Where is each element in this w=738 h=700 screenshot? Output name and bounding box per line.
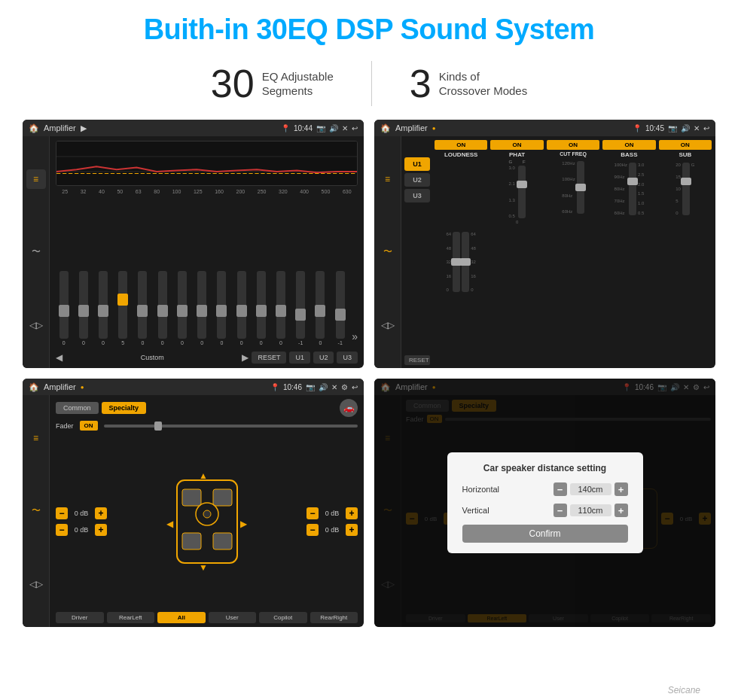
back-icon[interactable]: ↩: [352, 124, 358, 132]
amp-band-loudness: ON LOUDNESS 644832160: [435, 140, 487, 364]
reset-btn[interactable]: RESET: [252, 352, 286, 364]
position-buttons: Driver RearLeft All User Copilot RearRig…: [56, 612, 358, 623]
u2-btn[interactable]: U2: [313, 352, 334, 364]
eq-icon-btn-3[interactable]: ≡: [26, 428, 46, 448]
stat-crossover-number: 3: [410, 61, 432, 106]
vol-plus-tl[interactable]: +: [95, 507, 107, 519]
amp-band-bass: ON BASS 100Hz90Hz80Hz70Hz60Hz 3.02.52.0: [602, 140, 655, 364]
fader-on-btn[interactable]: ON: [80, 421, 98, 431]
wave-icon-2: 〜: [383, 245, 392, 258]
location-icon: 📍: [281, 124, 290, 132]
back-icon-2[interactable]: ↩: [703, 124, 709, 132]
home-icon[interactable]: 🏠: [29, 123, 39, 133]
spec-content: ≡ 〜 ◁▷ Common Specialty 🚗: [23, 395, 364, 627]
horizontal-minus-btn[interactable]: −: [554, 482, 567, 496]
rearright-btn[interactable]: RearRight: [310, 612, 358, 623]
eq-icon-btn[interactable]: ≡: [26, 169, 46, 189]
bass-on-btn[interactable]: ON: [602, 140, 655, 150]
phat-track[interactable]: [518, 166, 526, 218]
amp-reset-btn[interactable]: RESET: [404, 355, 430, 365]
horizontal-label: Horizontal: [462, 485, 515, 494]
car-settings-icon[interactable]: 🚗: [340, 399, 358, 417]
more-bands-btn[interactable]: »: [352, 330, 358, 345]
settings-icon[interactable]: ⚙: [341, 383, 348, 391]
cutfreq-on-btn[interactable]: ON: [547, 140, 599, 150]
vol-ctrl-btn-3[interactable]: ◁▷: [26, 574, 46, 594]
home-icon-3[interactable]: 🏠: [29, 382, 39, 392]
eq-main-area: 2532405063 80100125160200 25032040050063…: [50, 136, 364, 368]
amp-band-cutfreq: ON CUT FREQ 120Hz100Hz80Hz60Hz: [547, 140, 599, 364]
close-icon-2: ✕: [694, 124, 700, 132]
loudness-track-2[interactable]: [462, 232, 469, 292]
sub-track[interactable]: [682, 163, 690, 215]
specialty-tab[interactable]: Specialty: [102, 402, 147, 414]
fader-row: Fader ON: [56, 421, 358, 431]
u3-btn[interactable]: U3: [337, 352, 358, 364]
wave-icon: 〜: [32, 245, 41, 258]
eq-icon-2: ≡: [385, 174, 390, 184]
u3-preset-btn[interactable]: U3: [404, 189, 430, 202]
wave-icon-btn[interactable]: 〜: [26, 242, 46, 262]
vol-minus-tr[interactable]: −: [306, 507, 319, 519]
screen-distance: 🏠 Amplifier ● 📍 10:46 📷 🔊 ✕ ⚙ ↩ ≡: [374, 379, 715, 627]
screens-grid: 🏠 Amplifier ▶ 📍 10:44 📷 🔊 ✕ ↩ ≡ 〜: [0, 120, 738, 635]
prev-preset-btn[interactable]: ◀: [56, 352, 63, 363]
vol-ctrl-btn-2[interactable]: ◁▷: [378, 315, 398, 335]
cutfreq-track[interactable]: [577, 161, 584, 214]
u1-btn[interactable]: U1: [289, 352, 310, 364]
wave-icon-btn-3[interactable]: 〜: [26, 501, 46, 521]
copilot-btn[interactable]: Copilot: [259, 612, 307, 623]
topbar-amp-title: Amplifier: [395, 123, 428, 132]
eq-graph: [56, 141, 358, 186]
back-icon-3[interactable]: ↩: [352, 383, 358, 391]
wave-icon-3: 〜: [32, 504, 41, 517]
loudness-on-btn[interactable]: ON: [435, 140, 487, 150]
volume-icon-3: 🔊: [319, 383, 328, 391]
vertical-minus-btn[interactable]: −: [554, 504, 567, 517]
bass-track-1[interactable]: [629, 163, 636, 215]
u1-preset-btn[interactable]: U1: [404, 157, 430, 171]
fader-label: Fader: [56, 422, 74, 430]
common-tab[interactable]: Common: [56, 402, 99, 414]
horizontal-plus-btn[interactable]: +: [614, 482, 628, 496]
confirm-button[interactable]: Confirm: [462, 525, 628, 543]
u2-preset-btn[interactable]: U2: [404, 173, 430, 187]
svg-rect-0: [56, 142, 357, 186]
vol-plus-tr[interactable]: +: [346, 507, 358, 519]
loudness-label: LOUDNESS: [444, 151, 477, 158]
dot-icon: ●: [432, 125, 436, 132]
vol-minus-tl[interactable]: −: [56, 507, 68, 519]
page-title: Buith-in 30EQ DSP Sound System: [0, 0, 738, 53]
sub-on-btn[interactable]: ON: [659, 140, 712, 150]
speaker-icon: ◁▷: [29, 320, 43, 330]
next-preset-btn[interactable]: ▶: [242, 352, 249, 363]
vol-minus-bl[interactable]: −: [56, 524, 68, 536]
phat-on-btn[interactable]: ON: [490, 140, 543, 150]
vol-ctrl-tr: − 0 dB +: [306, 507, 358, 519]
all-btn[interactable]: All: [157, 612, 206, 623]
vertical-plus-btn[interactable]: +: [614, 504, 628, 517]
loudness-track-1[interactable]: [453, 232, 460, 292]
vertical-label: Vertical: [462, 506, 515, 515]
amp-presets: U1 U2 U3 RESET: [401, 136, 433, 368]
vol-plus-bl[interactable]: +: [95, 524, 107, 536]
vol-plus-br[interactable]: +: [346, 524, 358, 536]
svg-rect-7: [213, 489, 232, 506]
driver-btn[interactable]: Driver: [56, 612, 104, 623]
distance-dialog: Car speaker distance setting Horizontal …: [447, 452, 643, 553]
wave-icon-btn-2[interactable]: 〜: [378, 242, 398, 262]
topbar-amp: 🏠 Amplifier ● 📍 10:45 📷 🔊 ✕ ↩: [374, 120, 715, 136]
vol-val-bl: 0 dB: [71, 526, 92, 534]
home-icon-2[interactable]: 🏠: [380, 123, 391, 133]
eq-icon-btn-2[interactable]: ≡: [378, 169, 398, 189]
rearleft-btn[interactable]: RearLeft: [107, 612, 155, 623]
volume-ctrl-btn[interactable]: ◁▷: [26, 315, 46, 335]
camera-icon-3: 📷: [306, 383, 315, 391]
user-btn[interactable]: User: [209, 612, 257, 623]
close-icon: ✕: [342, 124, 348, 132]
horizontal-row: Horizontal − 140cm +: [462, 482, 628, 496]
svg-text:◀: ◀: [166, 519, 173, 529]
vol-minus-br[interactable]: −: [306, 524, 319, 536]
vertical-value: 110cm: [570, 504, 611, 516]
fader-slider[interactable]: [104, 425, 358, 428]
